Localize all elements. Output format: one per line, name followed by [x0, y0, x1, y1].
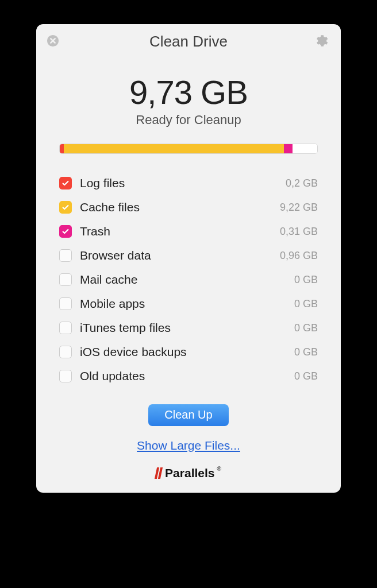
list-item: iOS device backups 0 GB	[59, 340, 318, 364]
list-item: Old updates 0 GB	[59, 364, 318, 388]
list-item: Browser data 0,96 GB	[59, 243, 318, 268]
list-item: Log files 0,2 GB	[59, 171, 318, 195]
checkbox-itunes-temp[interactable]	[59, 322, 72, 334]
item-label: Old updates	[80, 369, 294, 383]
list-item: Trash 0,31 GB	[59, 219, 318, 243]
parallels-bars-icon	[156, 467, 161, 479]
item-size: 0,96 GB	[280, 250, 318, 262]
item-size: 0 GB	[294, 322, 318, 334]
checkbox-browser-data[interactable]	[59, 249, 72, 262]
checkbox-mobile-apps[interactable]	[59, 297, 72, 310]
item-label: Mail cache	[80, 273, 294, 287]
item-size: 0 GB	[294, 298, 318, 310]
checkbox-old-updates[interactable]	[59, 370, 72, 382]
actions: Clean Up Show Large Files... Parallels ®	[36, 404, 341, 480]
gear-icon[interactable]	[313, 33, 328, 48]
item-size: 0 GB	[294, 274, 318, 286]
item-label: Mobile apps	[80, 297, 294, 311]
list-item: Mail cache 0 GB	[59, 268, 318, 292]
checkbox-trash[interactable]	[59, 225, 72, 238]
item-label: Log files	[80, 176, 286, 190]
total-size: 9,73 GB	[36, 73, 341, 111]
item-label: Cache files	[80, 200, 280, 214]
list-item: iTunes temp files 0 GB	[59, 316, 318, 340]
item-label: iOS device backups	[80, 345, 294, 359]
item-label: Browser data	[80, 249, 280, 262]
usage-segment-free	[293, 144, 317, 153]
status-text: Ready for Cleanup	[36, 113, 341, 127]
item-label: iTunes temp files	[80, 321, 294, 335]
brand-name: Parallels	[165, 466, 214, 480]
close-icon[interactable]	[47, 34, 59, 47]
checkbox-log-files[interactable]	[59, 177, 72, 189]
list-item: Cache files 9,22 GB	[59, 195, 318, 219]
window-header: Clean Drive	[36, 24, 341, 59]
usage-segment-log	[60, 144, 64, 153]
checkbox-mail-cache[interactable]	[59, 273, 72, 286]
window-title: Clean Drive	[149, 33, 228, 51]
brand-logo: Parallels ®	[36, 466, 341, 480]
registered-mark: ®	[217, 466, 221, 472]
list-item: Mobile apps 0 GB	[59, 292, 318, 316]
clean-drive-window: Clean Drive 9,73 GB Ready for Cleanup Lo…	[36, 24, 341, 493]
item-size: 0 GB	[294, 346, 318, 358]
usage-segment-cache	[64, 144, 284, 153]
item-label: Trash	[80, 225, 280, 238]
show-large-files-link[interactable]: Show Large Files...	[137, 439, 240, 452]
checkbox-ios-backups[interactable]	[59, 346, 72, 358]
item-size: 0,2 GB	[286, 177, 318, 189]
clean-up-button[interactable]: Clean Up	[148, 404, 228, 426]
summary: 9,73 GB Ready for Cleanup	[36, 73, 341, 127]
item-size: 0,31 GB	[280, 226, 318, 238]
usage-bar	[59, 144, 318, 154]
item-size: 9,22 GB	[280, 202, 318, 214]
usage-segment-trash	[284, 144, 293, 153]
checkbox-cache-files[interactable]	[59, 201, 72, 214]
item-list: Log files 0,2 GB Cache files 9,22 GB Tra…	[59, 171, 318, 388]
item-size: 0 GB	[294, 370, 318, 382]
